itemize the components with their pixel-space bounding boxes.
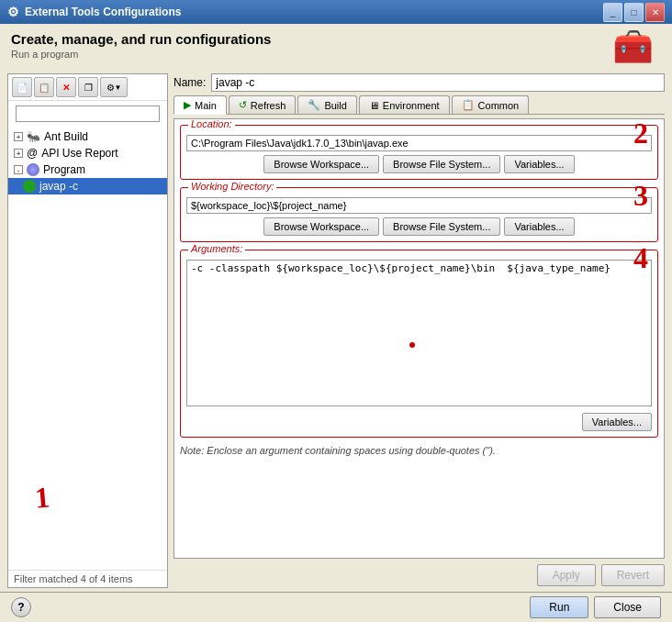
tab-common[interactable]: 📋 Common (452, 95, 530, 114)
header-title: Create, manage, and run configurations (11, 31, 271, 47)
header-subtitle: Run a program (11, 49, 271, 60)
location-input[interactable] (186, 135, 652, 151)
refresh-tab-icon: ↺ (239, 99, 247, 111)
toolbar-row: 📄 📋 ✕ ❐ ⚙▼ (8, 74, 167, 101)
working-directory-section: Working Directory: Browse Workspace... B… (180, 187, 658, 242)
ant-build-label: Ant Build (44, 130, 88, 143)
expand-api[interactable]: + (14, 149, 23, 158)
workdir-variables-button[interactable]: Variables... (504, 217, 574, 236)
tree-area: + 🐜 Ant Build + @ API Use Report - P (8, 127, 167, 570)
location-browse-filesystem-button[interactable]: Browse File System... (383, 155, 500, 173)
env-tab-icon: 🖥 (369, 100, 379, 111)
common-tab-icon: 📋 (462, 99, 475, 111)
program-label: Program (43, 163, 85, 176)
filter-button[interactable]: ⚙▼ (100, 77, 128, 97)
duplicate-config-button[interactable]: ❐ (78, 77, 98, 97)
maximize-button[interactable]: □ (624, 3, 644, 22)
close-button[interactable]: Close (594, 596, 661, 618)
window-controls: _ □ ✕ (603, 3, 665, 22)
workdir-browse-filesystem-button[interactable]: Browse File System... (383, 217, 500, 236)
copy-config-button[interactable]: 📋 (34, 77, 54, 97)
tree-item-api-use-report[interactable]: + @ API Use Report (8, 145, 167, 161)
revert-button[interactable]: Revert (601, 564, 665, 586)
right-panel-wrapper: Name: ▶ Main ↺ Refresh 🔧 Build (174, 73, 665, 588)
api-icon: @ (27, 147, 38, 160)
build-tab-label: Build (324, 100, 346, 111)
program-icon (27, 163, 39, 176)
expand-ant-build[interactable]: + (14, 132, 23, 141)
header-logo: 🧰 (612, 28, 654, 66)
close-button[interactable]: ✕ (645, 3, 665, 22)
tab-environment[interactable]: 🖥 Environment (359, 95, 450, 114)
refresh-tab-label: Refresh (251, 100, 286, 111)
search-input[interactable] (16, 106, 160, 122)
name-label: Name: (174, 76, 206, 89)
run-config-icon (23, 180, 36, 193)
filter-icon: ⚙ (106, 83, 115, 93)
arguments-label: Arguments: (188, 243, 245, 254)
window-title: External Tools Configurations (25, 6, 181, 18)
build-tab-icon: 🔧 (308, 99, 320, 111)
delete-icon: ✕ (62, 83, 70, 93)
name-input[interactable] (211, 73, 665, 92)
location-variables-button[interactable]: Variables... (504, 155, 574, 173)
footer-bar: ? Run Close (0, 592, 672, 622)
location-buttons: Browse Workspace... Browse File System..… (186, 155, 652, 173)
location-section: Location: Browse Workspace... Browse Fil… (180, 125, 658, 180)
location-label: Location: (188, 118, 235, 129)
working-dir-buttons: Browse Workspace... Browse File System..… (186, 217, 652, 236)
right-panel: Name: ▶ Main ↺ Refresh 🔧 Build (174, 73, 665, 588)
footer-right: Run Close (530, 596, 661, 618)
apply-button[interactable]: Apply (537, 564, 596, 586)
help-button[interactable]: ? (11, 597, 31, 617)
common-tab-label: Common (478, 100, 520, 111)
minimize-button[interactable]: _ (603, 3, 622, 22)
arguments-variables-button[interactable]: Variables... (582, 413, 652, 431)
header-section: Create, manage, and run configurations R… (0, 24, 672, 70)
note-text: Note: Enclose an argument containing spa… (180, 445, 658, 456)
title-bar: ⚙ External Tools Configurations _ □ ✕ (0, 0, 672, 24)
arguments-section: Arguments: Variables... 4 (180, 250, 658, 438)
body-area: 📄 📋 ✕ ❐ ⚙▼ (0, 70, 672, 592)
api-label: API Use Report (41, 147, 118, 160)
name-row: Name: (174, 73, 665, 92)
arguments-input[interactable] (186, 260, 652, 406)
working-dir-label: Working Directory: (188, 181, 276, 192)
tree-item-javap-c[interactable]: javap -c (8, 178, 167, 194)
main-tab-label: Main (195, 100, 217, 111)
ant-build-icon: 🐜 (27, 130, 40, 143)
env-tab-label: Environment (383, 100, 440, 111)
expand-program[interactable]: - (14, 165, 23, 174)
main-tab-icon: ▶ (184, 99, 191, 111)
delete-config-button[interactable]: ✕ (56, 77, 76, 97)
location-browse-workspace-button[interactable]: Browse Workspace... (263, 155, 379, 173)
left-panel: 📄 📋 ✕ ❐ ⚙▼ (7, 73, 168, 588)
tree-item-ant-build[interactable]: + 🐜 Ant Build (8, 128, 167, 145)
tab-main[interactable]: ▶ Main (174, 95, 227, 115)
duplicate-icon: ❐ (84, 83, 93, 93)
javap-label: javap -c (39, 180, 78, 193)
run-button[interactable]: Run (530, 596, 588, 618)
filter-status: Filter matched 4 of 4 items (8, 570, 167, 587)
app-icon: ⚙ (7, 5, 19, 19)
working-dir-input[interactable] (186, 197, 652, 214)
new-icon: 📄 (17, 83, 28, 93)
tabs-row: ▶ Main ↺ Refresh 🔧 Build 🖥 Environment (174, 95, 665, 115)
bottom-buttons: Apply Revert (174, 559, 665, 588)
tab-build[interactable]: 🔧 Build (297, 95, 356, 114)
copy-icon: 📋 (39, 83, 50, 93)
config-area: Location: Browse Workspace... Browse Fil… (174, 118, 665, 559)
new-config-button[interactable]: 📄 (12, 77, 32, 97)
main-content: Create, manage, and run configurations R… (0, 24, 672, 622)
workdir-browse-workspace-button[interactable]: Browse Workspace... (263, 217, 379, 236)
tab-refresh[interactable]: ↺ Refresh (229, 95, 297, 114)
tree-item-program[interactable]: - Program (8, 161, 167, 178)
left-panel-wrapper: 📄 📋 ✕ ❐ ⚙▼ (7, 73, 168, 588)
